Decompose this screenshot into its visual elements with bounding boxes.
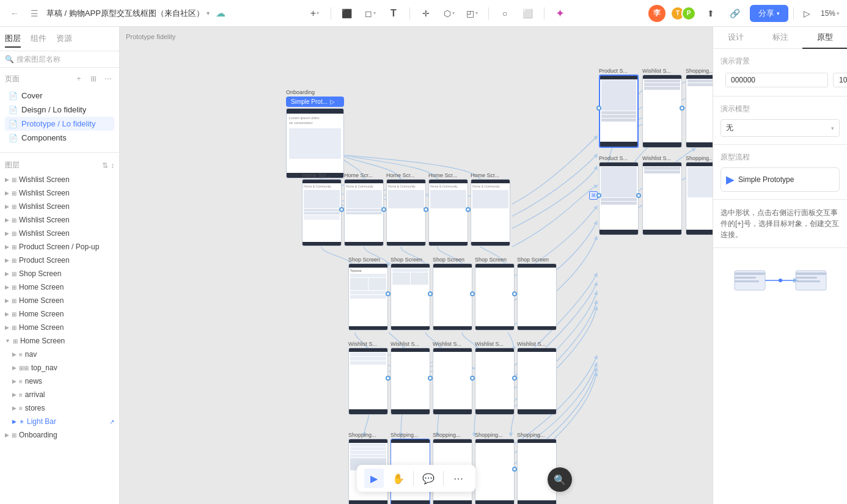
right-tab-prototype[interactable]: 原型 bbox=[802, 27, 847, 49]
connection-dot-right bbox=[636, 193, 641, 198]
layer-search-input[interactable] bbox=[16, 55, 114, 64]
home-screen-1[interactable]: Home Scr... Home & Community bbox=[302, 172, 342, 246]
add-page-button[interactable]: + bbox=[73, 73, 85, 85]
left-panel-tabs: 图层 组件 资源 bbox=[0, 27, 119, 51]
link-icon[interactable]: 🔗 bbox=[725, 5, 745, 22]
shopping-screen-mid[interactable]: Shopping... bbox=[686, 155, 713, 235]
list-item[interactable]: ▶ ⊞ Wishlist Screen bbox=[0, 227, 119, 240]
product-screen-mid[interactable]: Product S... bbox=[599, 155, 639, 235]
home-screen-5[interactable]: Home Scr... Home & Community bbox=[471, 172, 510, 246]
tab-components[interactable]: 组件 bbox=[31, 31, 46, 48]
list-item[interactable]: ▶ ⊞ Wishlist Screen bbox=[0, 186, 119, 200]
home-screen-4[interactable]: Home Scr... Home & Community bbox=[428, 172, 468, 246]
sidebar-item-stores[interactable]: ▶ ≡ stores bbox=[0, 401, 119, 415]
breadcrumb-dropdown[interactable]: ▾ bbox=[207, 10, 210, 16]
pen-tool-button[interactable]: ⬜ bbox=[518, 5, 538, 22]
home-screen-3[interactable]: Home Scr... Home & Community bbox=[386, 172, 426, 246]
page-item-components[interactable]: 📄 Components bbox=[5, 131, 114, 145]
mask-tool-button[interactable]: ◰▾ bbox=[463, 5, 482, 22]
sidebar-item-shop-screen[interactable]: ▶ ⊞ Shop Screen bbox=[0, 267, 119, 280]
sidebar-item-onboarding[interactable]: ▶ ⊞ Onboarding bbox=[0, 428, 119, 442]
list-item[interactable]: ▶ ⊞ Home Screen bbox=[0, 280, 119, 294]
tab-layers[interactable]: 图层 bbox=[5, 31, 21, 48]
right-tab-annotation[interactable]: 标注 bbox=[758, 27, 802, 49]
list-item[interactable]: ▶ ⊞ Home Screen bbox=[0, 307, 119, 321]
menu-icon[interactable]: ☰ bbox=[27, 6, 42, 21]
shop-screen-5[interactable]: Shop Screen bbox=[517, 257, 557, 331]
wishlist-screen-mid[interactable]: Wishlist S... bbox=[642, 155, 682, 235]
current-user-avatar: 李 bbox=[648, 5, 666, 22]
publish-icon[interactable]: ⬆ bbox=[701, 5, 721, 22]
bg-opacity-input[interactable] bbox=[833, 73, 847, 87]
shop-screen-2[interactable]: Shop Screen bbox=[391, 257, 430, 331]
tab-assets[interactable]: 资源 bbox=[56, 31, 72, 48]
list-item[interactable]: ▶ ⊞ Wishlist Screen bbox=[0, 213, 119, 227]
home-screen-3-frame: Home & Community bbox=[386, 179, 426, 246]
shop-screen-1[interactable]: Shop Screen Topwear bbox=[348, 257, 388, 331]
frame-tool-button[interactable]: ⬛ bbox=[337, 5, 357, 22]
product-frame-top bbox=[599, 75, 639, 148]
grid-view-button[interactable]: ⊞ bbox=[87, 73, 100, 85]
share-button[interactable]: 分享▾ bbox=[750, 5, 788, 22]
shopping-screen-5[interactable]: Shopping... bbox=[517, 432, 557, 504]
sidebar-item-arrival[interactable]: ▶ ≡ arrival bbox=[0, 388, 119, 401]
sidebar-item-light-bar[interactable]: ▶ ☀ Light Bar ↗ bbox=[0, 415, 119, 428]
right-tab-design[interactable]: 设计 bbox=[713, 27, 758, 49]
bg-color-input[interactable] bbox=[725, 73, 828, 87]
layer-search-row: 🔍 bbox=[0, 51, 119, 68]
home-screen-2[interactable]: Home Scr... Home & Community bbox=[344, 172, 384, 246]
wishlist-screen-1[interactable]: Wishlist S... bbox=[348, 341, 388, 415]
page-item-cover[interactable]: 📄 Cover bbox=[5, 89, 114, 103]
text-tool-button[interactable]: T bbox=[384, 5, 403, 22]
wishlist-screen-3[interactable]: Wishlist S... bbox=[433, 341, 472, 415]
hand-tool-button[interactable]: ✋ bbox=[389, 469, 408, 488]
page-item-design-lo[interactable]: 📄 Deisgn / Lo fidelity bbox=[5, 103, 114, 117]
page-menu-button[interactable]: ⋯ bbox=[102, 73, 114, 85]
more-tool-button[interactable]: ⋯ bbox=[449, 469, 468, 488]
circle-tool-button[interactable]: ○ bbox=[495, 5, 515, 22]
zoom-level[interactable]: 15%▾ bbox=[821, 9, 840, 18]
canvas[interactable]: Prototype fidelity bbox=[120, 27, 713, 504]
product-screen-top[interactable]: Product S... bbox=[599, 68, 639, 148]
wishlist-frame-top bbox=[642, 75, 682, 148]
shopping-screen-4[interactable]: Shopping... bbox=[475, 432, 515, 504]
move-tool-button[interactable]: ✛ bbox=[416, 5, 436, 22]
wishlist-screen-2[interactable]: Wishlist S... bbox=[391, 341, 430, 415]
home-screen-group: Home Scr... Home & Community Home Scr... bbox=[302, 172, 510, 246]
shape-tool-button[interactable]: ◻▾ bbox=[361, 5, 380, 22]
sidebar-item-news[interactable]: ▶ ≡ news bbox=[0, 374, 119, 388]
brand-icon[interactable]: ✦ bbox=[551, 5, 570, 22]
comment-tool-button[interactable]: 💬 bbox=[419, 469, 438, 488]
cursor-tool-button[interactable]: ▶ bbox=[364, 469, 384, 488]
list-item[interactable]: ▶ ⊞ Home Screen bbox=[0, 294, 119, 307]
sidebar-item-top-nav[interactable]: ▶ ⊞⊞ top_nav bbox=[0, 361, 119, 374]
sidebar-item-nav[interactable]: ▶ ≡ nav bbox=[0, 348, 119, 361]
shop-frame-2 bbox=[391, 263, 430, 331]
sidebar-item-home-screen-expanded[interactable]: ▼ ⊞ Home Screen bbox=[0, 334, 119, 348]
wishlist-screen-top[interactable]: Wishlist S... bbox=[642, 68, 682, 148]
prototype-flow-item[interactable]: ▶ Simple Prototype bbox=[721, 167, 840, 192]
list-item[interactable]: ▶ ⊞ Product Screen / Pop-up bbox=[0, 240, 119, 254]
shopping-screen-top[interactable]: Shopping... bbox=[686, 68, 713, 148]
sidebar-item-home-screen-1[interactable]: ▶ ⊞ Home Screen bbox=[0, 321, 119, 334]
model-select[interactable]: 无 ▾ bbox=[721, 119, 840, 137]
shop-screen-3[interactable]: Shop Screen bbox=[433, 257, 472, 331]
desc-section: 选中形状，点击右侧运行面板交互事件的[+]号，选择目标对象，创建交互连接。 bbox=[713, 200, 847, 248]
layer-collapse-button[interactable]: ↕ bbox=[111, 161, 114, 170]
play-button[interactable]: ▷ bbox=[799, 5, 816, 22]
simple-prototype-frame[interactable]: Onboarding Simple Prot... ▷ Lorem ipsum … bbox=[286, 89, 344, 181]
add-tool-button[interactable]: +▾ bbox=[305, 5, 324, 22]
search-fab[interactable]: 🔍 bbox=[548, 467, 572, 492]
list-item[interactable]: ▶ ⊞ Wishlist Screen bbox=[0, 200, 119, 213]
layer-sort-button[interactable]: ⇅ bbox=[102, 161, 108, 170]
component-tool-button[interactable]: ⬡▾ bbox=[439, 5, 459, 22]
simple-prototype-badge[interactable]: Simple Prot... ▷ bbox=[286, 97, 344, 107]
wishlist-screen-5[interactable]: Wishlist S... bbox=[517, 341, 557, 415]
back-icon[interactable]: ← bbox=[7, 6, 22, 21]
shop-screen-4[interactable]: Shop Screen bbox=[475, 257, 515, 331]
layer-section-label: 图层 bbox=[5, 160, 20, 170]
wishlist-screen-4[interactable]: Wishlist S... bbox=[475, 341, 515, 415]
list-item[interactable]: ▶ ⊞ Wishlist Screen bbox=[0, 173, 119, 186]
page-item-prototype-lo[interactable]: 📄 Prototype / Lo fidelity bbox=[5, 117, 114, 131]
list-item[interactable]: ▶ ⊞ Product Screen bbox=[0, 254, 119, 267]
